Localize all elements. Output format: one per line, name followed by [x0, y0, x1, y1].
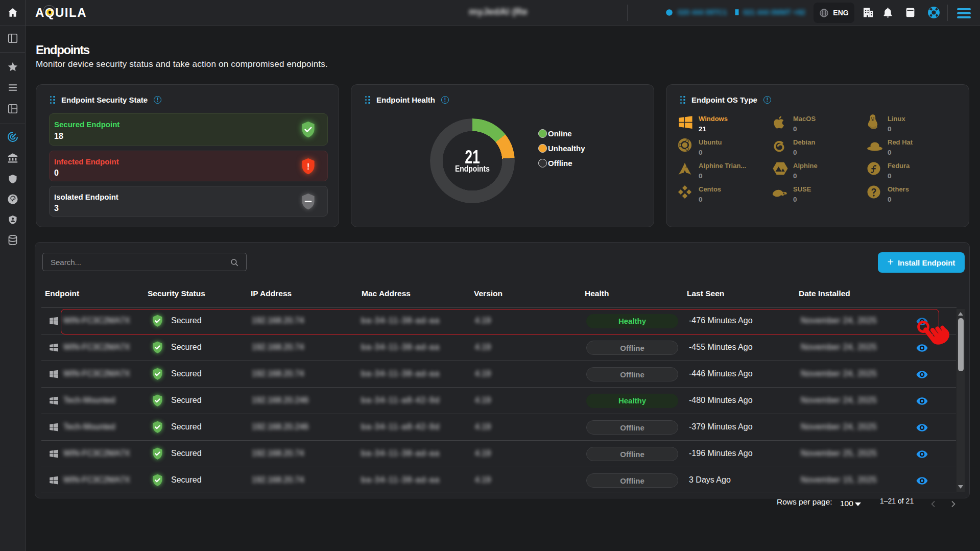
svg-text:!: ! [307, 162, 309, 171]
